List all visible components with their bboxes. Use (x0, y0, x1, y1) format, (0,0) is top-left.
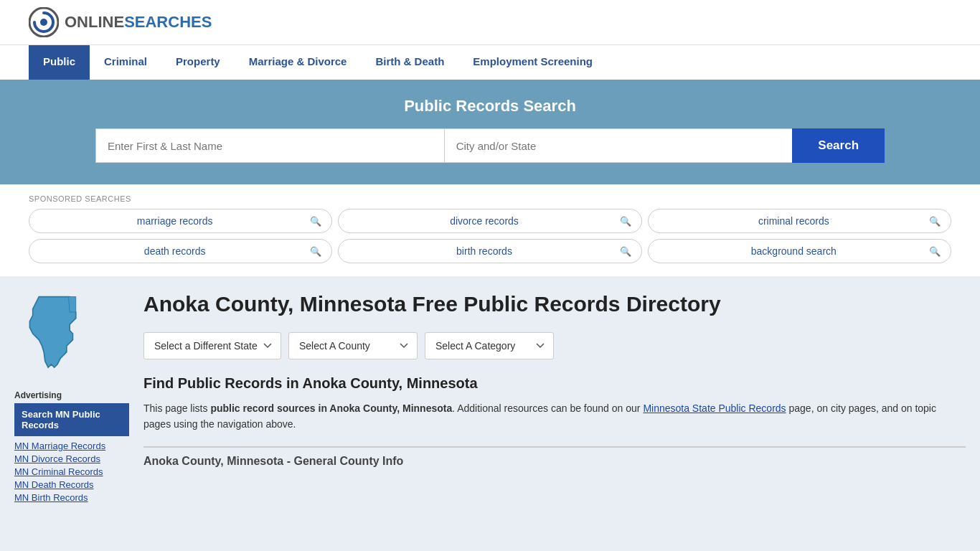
nav-item-marriage-divorce[interactable]: Marriage & Divorce (235, 45, 362, 80)
find-text-2: . Additional resources can be found on o… (452, 402, 643, 414)
county-info-section: Anoka County, Minnesota - General County… (143, 446, 966, 468)
sponsored-item-marriage[interactable]: marriage records 🔍 (29, 209, 332, 233)
sponsored-item-divorce-text: divorce records (349, 215, 619, 227)
sidebar-ad-item[interactable]: Search MN Public Records (14, 403, 129, 436)
sponsored-section: SPONSORED SEARCHES marriage records 🔍 di… (0, 184, 980, 276)
search-form: Search (95, 128, 885, 163)
main-content: Advertising Search MN Public Records MN … (0, 276, 980, 519)
state-map (14, 291, 129, 379)
nav-item-birth-death[interactable]: Birth & Death (361, 45, 458, 80)
county-dropdown[interactable]: Select A County (288, 332, 418, 359)
sidebar-link-criminal[interactable]: MN Criminal Records (14, 466, 129, 477)
minnesota-map-svg (14, 291, 100, 377)
sidebar-link-divorce[interactable]: MN Divorce Records (14, 453, 129, 464)
search-icon-background: 🔍 (929, 246, 941, 257)
search-icon-marriage: 🔍 (310, 216, 321, 227)
page-title: Anoka County, Minnesota Free Public Reco… (143, 291, 966, 318)
category-dropdown[interactable]: Select A Category (425, 332, 554, 359)
sidebar: Advertising Search MN Public Records MN … (14, 276, 129, 505)
nav-item-property[interactable]: Property (161, 45, 235, 80)
sponsored-grid: marriage records 🔍 divorce records 🔍 cri… (29, 209, 951, 263)
find-link[interactable]: Minnesota State Public Records (643, 402, 786, 414)
search-icon-death: 🔍 (310, 246, 321, 257)
sponsored-item-background[interactable]: background search 🔍 (648, 239, 951, 263)
logo[interactable]: ONLINESEARCHES (29, 7, 212, 37)
right-content: Anoka County, Minnesota Free Public Reco… (143, 276, 966, 505)
logo-online: ONLINE (65, 13, 124, 31)
state-dropdown[interactable]: Select a Different State (143, 332, 281, 359)
sponsored-item-birth[interactable]: birth records 🔍 (338, 239, 641, 263)
sponsored-item-death[interactable]: death records 🔍 (29, 239, 332, 263)
svg-marker-2 (29, 297, 75, 368)
find-records-title: Find Public Records in Anoka County, Min… (143, 375, 966, 392)
sponsored-item-background-text: background search (659, 245, 929, 257)
county-info-header-text: Anoka County, Minnesota - General County… (143, 455, 966, 468)
svg-marker-3 (68, 297, 75, 312)
search-icon-divorce: 🔍 (620, 216, 631, 227)
sponsored-item-criminal[interactable]: criminal records 🔍 (648, 209, 951, 233)
find-records-text: This page lists public record sources in… (143, 400, 966, 433)
name-input[interactable] (95, 128, 444, 163)
nav-item-employment[interactable]: Employment Screening (458, 45, 607, 80)
sponsored-item-death-text: death records (39, 245, 310, 257)
search-banner: Public Records Search Search (0, 80, 980, 184)
main-nav: Public Criminal Property Marriage & Divo… (0, 44, 980, 80)
sponsored-item-birth-text: birth records (349, 245, 619, 257)
logo-text: ONLINESEARCHES (65, 13, 212, 32)
search-button[interactable]: Search (792, 128, 885, 163)
sidebar-link-death[interactable]: MN Death Records (14, 479, 129, 490)
logo-searches: SEARCHES (124, 13, 212, 31)
logo-icon (29, 7, 59, 37)
find-bold: public record sources in Anoka County, M… (210, 402, 452, 414)
sponsored-item-criminal-text: criminal records (659, 215, 929, 227)
search-icon-birth: 🔍 (620, 246, 631, 257)
search-banner-title: Public Records Search (29, 97, 951, 116)
svg-point-1 (40, 19, 47, 26)
sponsored-item-divorce[interactable]: divorce records 🔍 (338, 209, 641, 233)
sponsored-label: SPONSORED SEARCHES (29, 194, 951, 203)
dropdowns-row: Select a Different State Select A County… (143, 332, 966, 359)
nav-item-criminal[interactable]: Criminal (90, 45, 161, 80)
sidebar-advertising-label: Advertising (14, 390, 129, 400)
header: ONLINESEARCHES (0, 0, 980, 44)
sponsored-item-marriage-text: marriage records (39, 215, 310, 227)
nav-item-public[interactable]: Public (29, 45, 90, 80)
find-text-1: This page lists (143, 402, 210, 414)
sidebar-link-marriage[interactable]: MN Marriage Records (14, 441, 129, 451)
sidebar-link-birth[interactable]: MN Birth Records (14, 492, 129, 503)
city-input[interactable] (444, 128, 793, 163)
search-icon-criminal: 🔍 (929, 216, 941, 227)
